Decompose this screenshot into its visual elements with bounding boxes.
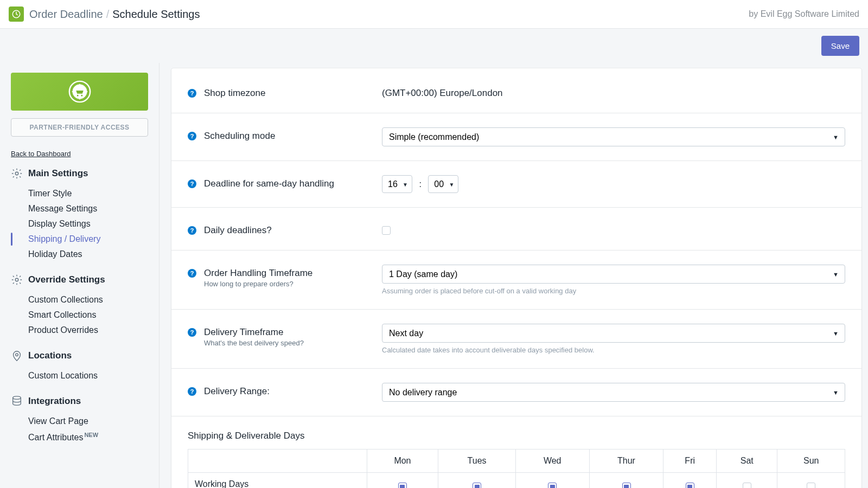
day-header: Mon: [367, 450, 438, 473]
topbar-left: Order Deadline/Schedule Settings: [9, 7, 200, 22]
day-checkbox[interactable]: [548, 483, 557, 488]
day-header: Wed: [515, 450, 589, 473]
sidebar-item[interactable]: View Cart Page: [28, 414, 148, 429]
back-to-dashboard-link[interactable]: Back to Dashboard: [11, 150, 71, 158]
help-icon[interactable]: ?: [188, 132, 196, 140]
help-icon[interactable]: ?: [188, 89, 196, 98]
deadline-minute-select[interactable]: 00: [428, 175, 458, 193]
clock-cart-icon: [11, 9, 21, 19]
help-icon[interactable]: ?: [188, 328, 196, 337]
nav-section-header[interactable]: Main Settings: [11, 168, 148, 179]
help-icon[interactable]: ?: [188, 226, 196, 235]
setting-timezone: ? Shop timezone (GMT+00:00) Europe/Londo…: [171, 85, 861, 113]
scheduling-mode-select[interactable]: Simple (recommended): [382, 127, 845, 146]
settings-card: ? Shop timezone (GMT+00:00) Europe/Londo…: [171, 68, 861, 488]
setting-order-handling: ? Order Handling Timeframe How long to p…: [171, 265, 861, 310]
nav-section-header[interactable]: Integrations: [11, 395, 148, 407]
svg-point-4: [15, 278, 18, 281]
sidebar-banner: [11, 73, 148, 111]
setting-deadline: ? Deadline for same-day handling 16 : 00: [171, 175, 861, 208]
sidebar-item[interactable]: Shipping / Delivery: [28, 232, 148, 247]
daily-deadlines-checkbox[interactable]: [382, 226, 391, 235]
breadcrumb-sep: /: [106, 8, 110, 20]
day-header: Fri: [663, 450, 717, 473]
svg-point-5: [16, 354, 18, 356]
sublabel-order-handling: How long to prepare orders?: [204, 280, 312, 288]
nav-section: IntegrationsView Cart PageCart Attribute…: [11, 395, 148, 445]
nav-section: LocationsCustom Locations: [11, 350, 148, 383]
sublabel-delivery-timeframe: What's the best deilvery speed?: [204, 339, 304, 347]
subbar: Save: [0, 29, 868, 63]
label-order-handling: Order Handling Timeframe: [204, 268, 312, 279]
day-header: Tues: [438, 450, 515, 473]
breadcrumb-current: Schedule Settings: [112, 8, 200, 20]
days-table: MonTuesWedThurFriSatSun Working Daysor s…: [188, 449, 845, 488]
sidebar-item[interactable]: Custom Collections: [28, 292, 148, 307]
main-content: ? Shop timezone (GMT+00:00) Europe/Londo…: [159, 63, 868, 488]
deadline-hour-select[interactable]: 16: [382, 175, 412, 193]
day-checkbox[interactable]: [622, 483, 631, 488]
delivery-range-select[interactable]: No delivery range: [382, 383, 845, 402]
row-label-cell: Working Daysor shipping days: [188, 473, 367, 489]
label-timezone: Shop timezone: [204, 88, 265, 99]
label-delivery-range: Delivery Range:: [204, 386, 270, 397]
nav-section: Override SettingsCustom CollectionsSmart…: [11, 274, 148, 338]
help-icon[interactable]: ?: [188, 269, 196, 278]
sidebar-item[interactable]: Message Settings: [28, 201, 148, 216]
table-corner: [188, 450, 367, 473]
nav-section: Main SettingsTimer StyleMessage Settings…: [11, 168, 148, 262]
setting-scheduling-mode: ? Scheduling mode Simple (recommended): [171, 127, 861, 161]
partner-access-button[interactable]: PARTNER-FRIENDLY ACCESS: [11, 118, 148, 137]
label-scheduling-mode: Scheduling mode: [204, 131, 275, 142]
setting-delivery-range: ? Delivery Range: No delivery range: [171, 383, 861, 416]
new-badge: NEW: [84, 432, 98, 438]
sidebar-item[interactable]: Display Settings: [28, 216, 148, 232]
delivery-timeframe-select[interactable]: Next day: [382, 324, 845, 343]
sidebar-item[interactable]: Custom Locations: [28, 368, 148, 383]
save-button[interactable]: Save: [821, 36, 859, 56]
day-cell: [777, 473, 845, 489]
order-handling-help: Assuming order is placed before cut-off …: [382, 287, 845, 295]
days-section-heading: Shipping & Deliverable Days: [171, 431, 861, 449]
sidebar-item[interactable]: Timer Style: [28, 186, 148, 201]
sidebar-item[interactable]: Smart Collections: [28, 307, 148, 323]
label-delivery-timeframe: Delivery Timeframe: [204, 327, 304, 338]
svg-point-3: [15, 172, 18, 175]
label-deadline: Deadline for same-day handling: [204, 178, 334, 189]
sidebar-item[interactable]: Holiday Dates: [28, 247, 148, 262]
delivery-timeframe-help: Calculated date takes into account deliv…: [382, 346, 845, 354]
nav-section-header[interactable]: Locations: [11, 350, 148, 362]
day-header: Thur: [589, 450, 663, 473]
day-header: Sun: [777, 450, 845, 473]
day-checkbox[interactable]: [743, 483, 751, 488]
app-icon: [9, 7, 24, 22]
timezone-value: (GMT+00:00) Europe/London: [382, 85, 845, 99]
day-cell: [438, 473, 515, 489]
nav-section-title: Locations: [28, 350, 72, 361]
nav-section-title: Integrations: [28, 396, 81, 407]
svg-point-6: [13, 396, 21, 400]
breadcrumb-parent[interactable]: Order Deadline: [29, 8, 103, 20]
day-cell: [663, 473, 717, 489]
day-checkbox[interactable]: [686, 483, 694, 488]
label-daily-deadlines: Daily deadlines?: [204, 225, 272, 236]
day-checkbox[interactable]: [807, 483, 815, 488]
day-cell: [589, 473, 663, 489]
day-cell: [717, 473, 777, 489]
sidebar-item[interactable]: Cart AttributesNEW: [28, 429, 148, 445]
banner-clock-icon: [67, 79, 92, 104]
table-row: Working Daysor shipping days: [188, 473, 845, 489]
sidebar-item[interactable]: Product Overrides: [28, 323, 148, 338]
help-icon[interactable]: ?: [188, 179, 196, 188]
order-handling-select[interactable]: 1 Day (same day): [382, 265, 845, 284]
help-icon[interactable]: ?: [188, 387, 196, 396]
nav-section-title: Main Settings: [28, 168, 88, 179]
day-header: Sat: [717, 450, 777, 473]
attribution: by Evil Egg Software Limited: [749, 9, 859, 19]
nav-section-header[interactable]: Override Settings: [11, 274, 148, 286]
day-checkbox[interactable]: [473, 483, 481, 488]
day-cell: [515, 473, 589, 489]
time-separator: :: [419, 179, 421, 189]
topbar: Order Deadline/Schedule Settings by Evil…: [0, 0, 868, 29]
day-checkbox[interactable]: [398, 483, 407, 488]
